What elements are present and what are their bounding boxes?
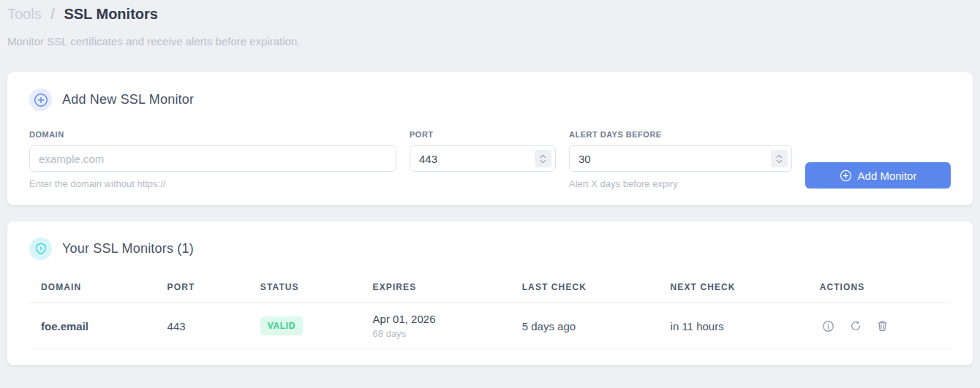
status-badge: VALID bbox=[260, 316, 303, 335]
plus-circle-icon bbox=[840, 170, 852, 182]
column-header-expires: EXPIRES bbox=[361, 272, 510, 303]
add-monitor-card-header: Add New SSL Monitor bbox=[29, 88, 951, 111]
page-title: SSL Monitors bbox=[64, 6, 158, 22]
delete-button[interactable] bbox=[875, 318, 890, 334]
cell-port: 443 bbox=[156, 303, 249, 349]
column-header-status: STATUS bbox=[249, 272, 361, 303]
table-row: foe.email 443 VALID Apr 01, 2026 68 days… bbox=[29, 303, 951, 349]
port-input[interactable] bbox=[410, 145, 556, 172]
domain-hint: Enter the domain without https:// bbox=[29, 178, 396, 189]
monitors-table: DOMAIN PORT STATUS EXPIRES LAST CHECK NE… bbox=[29, 272, 951, 349]
chevron-up-icon bbox=[540, 154, 546, 159]
monitors-title: Your SSL Monitors (1) bbox=[62, 241, 194, 256]
refresh-icon bbox=[850, 320, 862, 332]
add-monitor-title: Add New SSL Monitor bbox=[62, 92, 194, 107]
monitors-card: Your SSL Monitors (1) DOMAIN PORT STATUS… bbox=[7, 221, 973, 365]
alert-days-hint: Alert X days before expiry bbox=[569, 178, 792, 189]
page-subtitle: Monitor SSL certificates and receive ale… bbox=[7, 35, 973, 47]
add-monitor-button[interactable]: Add Monitor bbox=[805, 162, 951, 189]
add-monitor-card: Add New SSL Monitor DOMAIN Enter the dom… bbox=[7, 72, 973, 205]
expires-date: Apr 01, 2026 bbox=[373, 313, 499, 325]
shield-icon bbox=[29, 237, 52, 260]
add-monitor-button-label: Add Monitor bbox=[858, 170, 917, 182]
alert-days-field-group: ALERT DAYS BEFORE Alert X days before ex… bbox=[569, 130, 792, 189]
cell-actions bbox=[808, 303, 951, 349]
cell-next-check: in 11 hours bbox=[659, 303, 808, 349]
alert-days-label: ALERT DAYS BEFORE bbox=[569, 130, 792, 139]
breadcrumb-separator: / bbox=[50, 6, 55, 22]
info-button[interactable] bbox=[820, 318, 837, 335]
breadcrumb: Tools / SSL Monitors bbox=[7, 4, 973, 23]
column-header-port: PORT bbox=[156, 272, 249, 303]
column-header-actions: ACTIONS bbox=[808, 272, 951, 303]
ssl-monitors-page: Tools / SSL Monitors Monitor SSL certifi… bbox=[0, 0, 980, 365]
monitors-card-header: Your SSL Monitors (1) bbox=[29, 237, 951, 260]
plus-circle-icon bbox=[29, 88, 52, 111]
refresh-button[interactable] bbox=[848, 318, 864, 334]
alert-days-stepper[interactable] bbox=[771, 150, 788, 167]
domain-input[interactable] bbox=[29, 145, 396, 172]
chevron-down-icon bbox=[540, 159, 546, 164]
info-icon bbox=[822, 320, 834, 332]
expires-days-remaining: 68 days bbox=[373, 328, 499, 339]
chevron-up-icon bbox=[776, 154, 783, 159]
alert-days-input[interactable] bbox=[569, 145, 792, 172]
column-header-next-check: NEXT CHECK bbox=[659, 272, 808, 303]
add-monitor-form: DOMAIN Enter the domain without https://… bbox=[29, 130, 951, 189]
port-field-group: PORT bbox=[410, 130, 556, 172]
trash-icon bbox=[877, 320, 888, 332]
cell-domain: foe.email bbox=[29, 303, 156, 349]
cell-last-check: 5 days ago bbox=[510, 303, 659, 349]
domain-field-group: DOMAIN Enter the domain without https:// bbox=[29, 130, 396, 189]
breadcrumb-tools-link[interactable]: Tools bbox=[7, 6, 42, 22]
chevron-down-icon bbox=[776, 159, 783, 164]
cell-expires: Apr 01, 2026 68 days bbox=[361, 303, 510, 349]
domain-label: DOMAIN bbox=[29, 130, 396, 139]
table-header-row: DOMAIN PORT STATUS EXPIRES LAST CHECK NE… bbox=[29, 272, 951, 303]
port-label: PORT bbox=[410, 130, 556, 139]
column-header-domain: DOMAIN bbox=[29, 272, 156, 303]
cell-status: VALID bbox=[249, 303, 361, 349]
port-stepper[interactable] bbox=[535, 150, 551, 167]
column-header-last-check: LAST CHECK bbox=[510, 272, 659, 303]
